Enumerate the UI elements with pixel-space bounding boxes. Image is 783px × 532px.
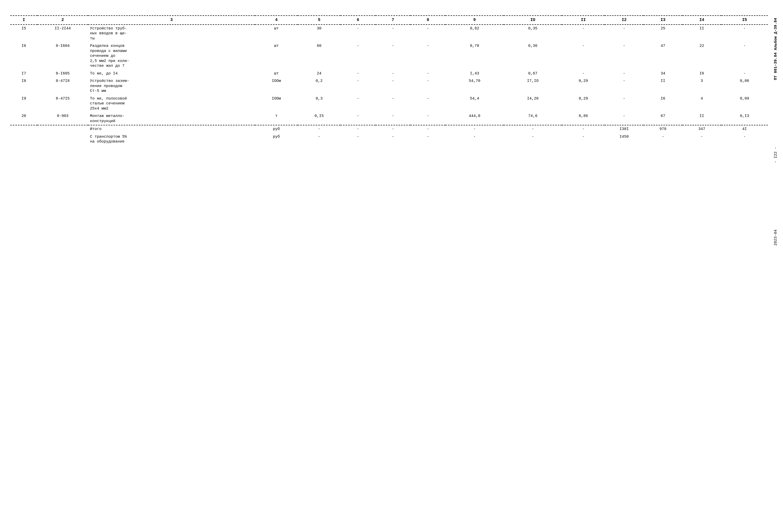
header-col11: II (562, 15, 604, 25)
side-label-bottom: 2023-04 (774, 229, 778, 246)
table-row: I5II-2I44Устройство труб-ных вводов в щи… (10, 25, 768, 42)
header-col9: 9 (445, 15, 504, 25)
side-label-top: ПТ 801-39.84 Альбом Д-39.84 (774, 18, 778, 80)
header-col1: I (10, 15, 37, 25)
header-col7: 7 (376, 15, 411, 25)
header-col14: I4 (682, 15, 721, 25)
header-col12: I2 (604, 15, 644, 25)
side-labels: ПТ 801-39.84 Альбом Д-39.84 - I22 - 2023… (768, 15, 783, 246)
table-row: I68-I604Разделка концовпровода с жиламис… (10, 42, 768, 70)
header-col8: 8 (410, 15, 445, 25)
header-col15: I5 (721, 15, 768, 25)
table-row: I78-I605То же, до I4шт24---I,430,67--34I… (10, 70, 768, 77)
transport-row: С транспортом 5%на оборудованиеруб------… (10, 133, 768, 146)
table-row: I88-47I8Устройство зазем-ления проводомС… (10, 77, 768, 95)
total-row: Итогоруб-------I38I9783474I (10, 125, 768, 133)
header-col13: I3 (644, 15, 682, 25)
header-col10: IO (504, 15, 562, 25)
table-row: 208-903Монтаж металло-конструкцийт0,I5--… (10, 112, 768, 125)
page-wrapper: I 2 3 4 5 6 7 8 9 IO II I2 I3 I4 I5 I5II… (10, 15, 783, 246)
header-col3: 3 (88, 15, 255, 25)
header-row: I 2 3 4 5 6 7 8 9 IO II I2 I3 I4 I5 (10, 15, 768, 25)
header-col6: 6 (340, 15, 376, 25)
header-col2: 2 (37, 15, 88, 25)
side-label-middle: - I22 - (774, 147, 778, 163)
table-row: I98-47I5То же, полосовойсталью сечением2… (10, 95, 768, 113)
main-table: I 2 3 4 5 6 7 8 9 IO II I2 I3 I4 I5 I5II… (10, 15, 768, 146)
header-col5: 5 (298, 15, 340, 25)
header-col4: 4 (255, 15, 298, 25)
